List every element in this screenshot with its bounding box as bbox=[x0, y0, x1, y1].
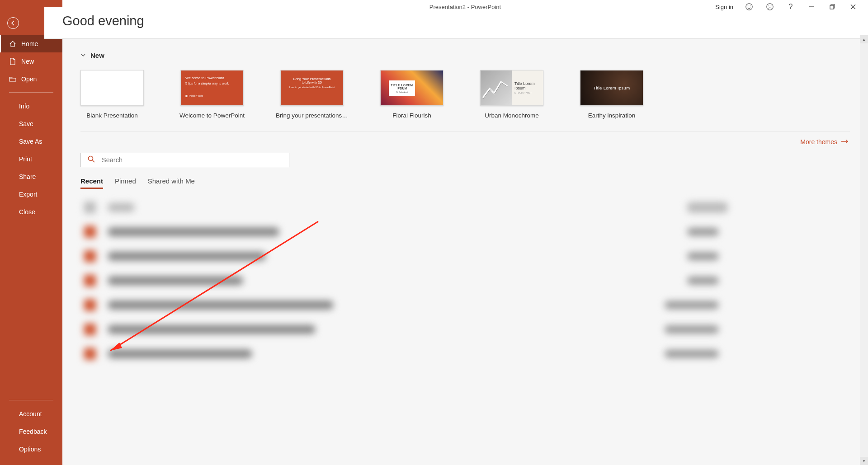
tab-recent[interactable]: Recent bbox=[80, 177, 103, 189]
svg-rect-7 bbox=[830, 5, 834, 9]
template-3d-thumb: Bring Your Presentations to Life with 3D… bbox=[280, 70, 344, 106]
template-floral-label: Floral Flourish bbox=[392, 112, 431, 119]
arrow-right-icon bbox=[841, 138, 849, 146]
nav-home-label: Home bbox=[21, 40, 38, 47]
titlebar: Presentation2 - PowerPoint Sign in ? bbox=[62, 0, 868, 14]
recent-row[interactable] bbox=[80, 220, 850, 244]
signin-button[interactable]: Sign in bbox=[710, 4, 739, 10]
nav-export-label: Export bbox=[19, 191, 37, 198]
mono-right: Title Lorem Ipsum SIT DOLOR AMET bbox=[512, 70, 543, 105]
nav-share[interactable]: Share bbox=[0, 168, 62, 185]
nav-saveas-label: Save As bbox=[19, 138, 42, 145]
nav-close[interactable]: Close bbox=[0, 203, 62, 221]
svg-point-3 bbox=[767, 4, 773, 10]
nav-new[interactable]: New bbox=[0, 52, 62, 70]
svg-point-5 bbox=[771, 5, 772, 6]
template-mono-label: Urban Monochrome bbox=[485, 112, 538, 119]
mono-title2: Ipsum bbox=[514, 86, 543, 91]
nav-saveas[interactable]: Save As bbox=[0, 132, 62, 150]
minimize-button[interactable] bbox=[801, 0, 822, 14]
new-section-header[interactable]: New bbox=[80, 52, 850, 59]
nav-feedback[interactable]: Feedback bbox=[0, 423, 62, 440]
restore-button[interactable] bbox=[822, 0, 843, 14]
nav-open[interactable]: Open bbox=[0, 70, 62, 88]
search-input[interactable] bbox=[102, 156, 289, 164]
mono-sub: SIT DOLOR AMET bbox=[514, 92, 543, 94]
close-window-button[interactable] bbox=[843, 0, 863, 14]
welcome-thumb-foot: ◧ PowerPoint bbox=[185, 94, 239, 97]
svg-point-4 bbox=[769, 5, 769, 6]
window-title: Presentation2 - PowerPoint bbox=[429, 4, 501, 10]
nav-save-label: Save bbox=[19, 120, 33, 127]
template-blank[interactable]: Blank Presentation bbox=[80, 70, 144, 119]
nav-close-label: Close bbox=[19, 208, 35, 216]
template-floral[interactable]: TITLE LOREM IPSUM Sit Dolor Amet Floral … bbox=[380, 70, 443, 119]
template-welcome[interactable]: Welcome to PowerPoint 5 tips for a simpl… bbox=[180, 70, 244, 119]
recent-row[interactable] bbox=[80, 244, 850, 268]
nav-feedback-label: Feedback bbox=[19, 428, 47, 435]
nav-new-label: New bbox=[21, 58, 34, 65]
nav-save[interactable]: Save bbox=[0, 115, 62, 132]
bring-thumb-hint: How to get started with 3D in PowerPoint bbox=[285, 86, 339, 89]
recent-tabs: Recent Pinned Shared with Me bbox=[80, 177, 850, 189]
svg-point-11 bbox=[89, 156, 93, 161]
more-themes-label: More themes bbox=[800, 138, 837, 146]
recent-row[interactable] bbox=[80, 195, 850, 220]
templates-divider bbox=[80, 132, 850, 132]
template-floral-thumb: TITLE LOREM IPSUM Sit Dolor Amet bbox=[380, 70, 443, 106]
recent-row[interactable] bbox=[80, 317, 850, 342]
back-arrow-icon bbox=[7, 17, 19, 29]
open-folder-icon bbox=[9, 75, 16, 83]
search-icon bbox=[87, 155, 95, 165]
bring-thumb-sub: to Life with 3D bbox=[285, 81, 339, 84]
nav-account[interactable]: Account bbox=[0, 405, 62, 423]
tab-pinned[interactable]: Pinned bbox=[115, 177, 136, 189]
scrollbar[interactable]: ▲ ▼ bbox=[860, 35, 868, 465]
tab-shared[interactable]: Shared with Me bbox=[148, 177, 195, 189]
search-box[interactable] bbox=[80, 153, 289, 167]
nav-print-label: Print bbox=[19, 155, 32, 163]
floral-small: Sit Dolor Amet bbox=[396, 91, 408, 93]
help-button[interactable]: ? bbox=[780, 0, 801, 14]
template-mono-thumb: Title Lorem Ipsum SIT DOLOR AMET bbox=[480, 70, 543, 106]
face-smile-icon[interactable] bbox=[739, 0, 760, 14]
template-welcome-thumb: Welcome to PowerPoint 5 tips for a simpl… bbox=[180, 70, 244, 106]
template-earthy[interactable]: Title Lorem Ipsum Earthy inspiration bbox=[580, 70, 643, 119]
recent-row[interactable] bbox=[80, 293, 850, 317]
recent-row[interactable] bbox=[80, 342, 850, 366]
new-file-icon bbox=[9, 58, 16, 65]
sidebar-bottom-group: Account Feedback Options bbox=[0, 395, 62, 458]
chevron-down-icon bbox=[80, 52, 86, 59]
template-earthy-thumb: Title Lorem Ipsum bbox=[580, 70, 643, 106]
more-themes-link[interactable]: More themes bbox=[80, 138, 850, 146]
svg-point-2 bbox=[750, 5, 751, 6]
scroll-up-button[interactable]: ▲ bbox=[860, 35, 868, 43]
svg-point-0 bbox=[746, 4, 752, 10]
floral-sub: IPSUM bbox=[396, 87, 407, 90]
nav-info[interactable]: Info bbox=[0, 97, 62, 115]
earthy-title: Title Lorem Ipsum bbox=[594, 85, 630, 90]
nav-export[interactable]: Export bbox=[0, 185, 62, 203]
content-area: New Blank Presentation Welcome to PowerP… bbox=[62, 39, 868, 465]
nav-print[interactable]: Print bbox=[0, 150, 62, 168]
nav-options-label: Options bbox=[19, 446, 41, 453]
template-welcome-label: Welcome to PowerPoint bbox=[179, 112, 245, 119]
scroll-down-button[interactable]: ▼ bbox=[860, 457, 868, 465]
floral-title: TITLE LOREM bbox=[391, 84, 413, 87]
nav-options[interactable]: Options bbox=[0, 440, 62, 458]
template-mono[interactable]: Title Lorem Ipsum SIT DOLOR AMET Urban M… bbox=[480, 70, 543, 119]
mono-left bbox=[481, 70, 512, 105]
home-icon bbox=[9, 40, 16, 47]
welcome-thumb-title: Welcome to PowerPoint bbox=[185, 76, 239, 80]
template-3d-label: Bring your presentations to... bbox=[276, 112, 348, 119]
template-3d[interactable]: Bring Your Presentations to Life with 3D… bbox=[280, 70, 344, 119]
nav-account-label: Account bbox=[19, 410, 42, 418]
template-blank-label: Blank Presentation bbox=[86, 112, 137, 119]
face-sad-icon[interactable] bbox=[760, 0, 780, 14]
nav-info-label: Info bbox=[19, 103, 29, 110]
sidebar-separator-2 bbox=[9, 400, 53, 400]
template-blank-thumb bbox=[80, 70, 144, 106]
sidebar-separator bbox=[9, 92, 53, 93]
templates-row: Blank Presentation Welcome to PowerPoint… bbox=[80, 70, 850, 119]
recent-row[interactable] bbox=[80, 268, 850, 293]
